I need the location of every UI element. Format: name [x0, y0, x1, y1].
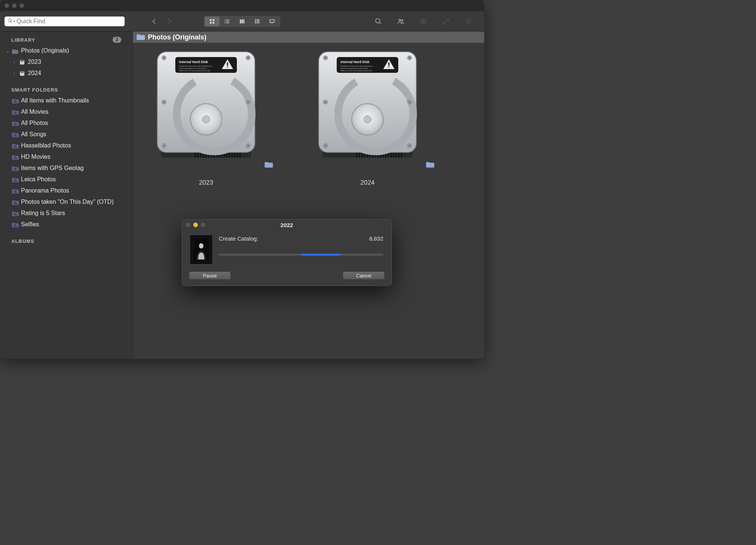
sidebar-item-label: Photos (Originals)	[21, 46, 69, 55]
sidebar-item-label: All Movies	[21, 107, 48, 116]
view-grid-button[interactable]	[205, 17, 220, 26]
svg-point-25	[399, 19, 401, 21]
sidebar-smart-folder[interactable]: All Movies	[3, 106, 130, 117]
svg-point-27	[423, 20, 425, 22]
sidebar-smart-folder[interactable]: Selfies	[3, 219, 130, 230]
sidebar-smart-folder[interactable]: All Photos	[3, 117, 130, 129]
svg-point-8	[225, 23, 226, 23]
view-columns-button[interactable]	[235, 17, 250, 26]
dialog-titlebar[interactable]: 2022	[182, 220, 392, 230]
svg-point-32	[22, 63, 23, 63]
nav-arrows	[151, 18, 173, 25]
progress-bar	[219, 254, 383, 256]
svg-rect-12	[243, 19, 244, 23]
nav-forward-button[interactable]	[166, 18, 173, 25]
sidebar-smart-folder[interactable]: HD Movies	[3, 151, 130, 163]
view-hierarchy-button[interactable]	[250, 17, 265, 26]
sidebar-drive-item[interactable]: ›2023	[3, 56, 130, 68]
smart-folder-icon	[12, 120, 19, 126]
svg-rect-3	[212, 22, 214, 24]
drive-icon: Internal Hard Disk Handle the hard drive…	[315, 48, 420, 164]
svg-rect-11	[242, 19, 243, 23]
svg-rect-18	[257, 22, 259, 23]
nav-back-button[interactable]	[151, 18, 158, 25]
icon-grid[interactable]: Internal Hard Disk Handle the hard drive…	[133, 43, 484, 359]
search-field[interactable]: ▾	[5, 17, 125, 26]
sidebar-smart-folder[interactable]: All Songs	[3, 129, 130, 140]
chevron-down-icon[interactable]: ⌄	[5, 46, 10, 55]
svg-rect-34	[21, 72, 24, 72]
toolbar: ▾	[0, 11, 484, 32]
svg-point-6	[225, 21, 226, 22]
toolbar-search-icon[interactable]	[375, 18, 382, 25]
pause-button[interactable]: Pause	[189, 271, 231, 280]
sidebar-smart-folder[interactable]: Photos taken "On This Day" (OTD)	[3, 196, 130, 208]
svg-point-129	[389, 66, 390, 68]
sidebar-item-label: Items with GPS Geotag	[21, 164, 84, 173]
sidebar-item-label: All Songs	[21, 130, 47, 139]
grid-item-label: 2023	[199, 179, 213, 187]
sidebar-smart-folder[interactable]: Items with GPS Geotag	[3, 163, 130, 174]
svg-point-36	[22, 74, 23, 75]
visibility-icon[interactable]	[420, 18, 427, 25]
view-list-button[interactable]	[220, 17, 235, 26]
svg-point-138	[325, 145, 326, 146]
smart-folder-icon	[12, 176, 19, 182]
svg-point-28	[468, 20, 470, 22]
sidebar-item-label: Rating is 5 Stars	[21, 209, 65, 218]
sidebar-smart-folder[interactable]: Leica Photos	[3, 174, 130, 185]
sidebar-library-header: LIBRARY	[11, 37, 35, 43]
chevron-down-icon: ▾	[14, 20, 15, 23]
window-titlebar[interactable]	[0, 0, 484, 11]
svg-point-136	[409, 57, 410, 59]
grid-item-label: 2024	[360, 179, 375, 187]
svg-point-96	[163, 145, 165, 146]
chevron-right-icon[interactable]: ›	[12, 69, 17, 78]
smart-folder-icon	[12, 143, 19, 149]
sidebar-item-label: HD Movies	[21, 152, 50, 161]
drive-icon	[19, 70, 26, 76]
grid-item[interactable]: Internal Hard Disk Handle the hard drive…	[306, 48, 429, 187]
svg-point-102	[247, 101, 249, 103]
svg-text:Internal Hard Disk: Internal Hard Disk	[179, 60, 208, 64]
sidebar-albums-header: ALBUMS	[11, 238, 35, 244]
window-close-button[interactable]	[5, 3, 9, 8]
svg-rect-130	[389, 62, 390, 66]
svg-point-90	[202, 116, 210, 123]
cancel-button[interactable]: Cancel	[343, 271, 385, 280]
smart-folder-icon	[12, 221, 19, 227]
svg-point-26	[401, 20, 403, 21]
sidebar-drive-item[interactable]: ›2024	[3, 68, 130, 79]
expand-icon[interactable]	[442, 18, 450, 25]
sidebar-smart-folder[interactable]: Rating is 5 Stars	[3, 208, 130, 219]
svg-rect-14	[257, 19, 259, 20]
svg-point-94	[247, 57, 249, 59]
sidebar-smart-folder[interactable]: All Items with Thumbnails	[3, 95, 130, 106]
folder-badge-icon	[265, 161, 273, 168]
progress-dialog: 2022 Create Catalog: 8	[182, 219, 392, 286]
svg-rect-0	[210, 19, 212, 21]
chevron-right-icon[interactable]: ›	[12, 57, 17, 66]
view-filmstrip-button[interactable]	[265, 17, 280, 26]
sidebar-smart-folder[interactable]: Hasselblad Photos	[3, 140, 130, 151]
window-minimize-button[interactable]	[12, 3, 17, 8]
folder-icon	[12, 48, 19, 54]
svg-rect-10	[240, 19, 241, 23]
gear-icon[interactable]	[465, 18, 472, 25]
svg-point-23	[376, 18, 380, 23]
svg-point-98	[247, 145, 249, 146]
sidebar-root-folder[interactable]: ⌄ Photos (Originals)	[3, 45, 130, 56]
smart-folder-icon	[12, 109, 19, 115]
view-switcher	[204, 16, 280, 27]
smart-folder-icon	[12, 210, 19, 216]
grid-item[interactable]: Internal Hard Disk Handle the hard drive…	[144, 48, 268, 187]
people-icon[interactable]	[397, 18, 405, 25]
dialog-thumbnail	[190, 235, 212, 264]
svg-point-144	[409, 101, 410, 103]
dialog-count: 8,832	[369, 235, 383, 242]
window-zoom-button[interactable]	[20, 3, 24, 8]
sidebar-smart-folder[interactable]: Panorama Photos	[3, 185, 130, 196]
svg-rect-9	[226, 23, 229, 23]
svg-rect-30	[21, 60, 24, 61]
search-input[interactable]	[17, 18, 122, 25]
